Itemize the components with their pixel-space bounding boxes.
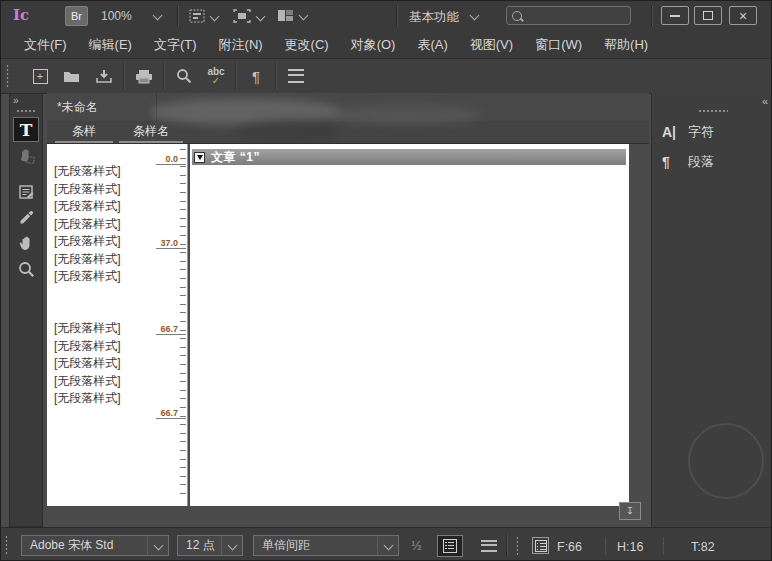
style-row[interactable]: [无段落样式] xyxy=(47,373,173,391)
chevron-down-icon[interactable] xyxy=(256,11,266,21)
divider xyxy=(396,6,398,26)
style-row[interactable]: [无段落样式] xyxy=(47,268,173,286)
print-button[interactable] xyxy=(128,62,160,90)
style-row[interactable]: [无段落样式] xyxy=(47,251,173,269)
new-document-button[interactable]: + xyxy=(24,62,56,90)
style-row[interactable]: [无段落样式] xyxy=(47,338,173,356)
panel-dock: « A| 字符 ¶ 段落 xyxy=(651,93,772,527)
menu-changes[interactable]: 更改(C) xyxy=(274,31,340,58)
application-bar-icon[interactable] xyxy=(189,9,218,23)
hand-tool-button[interactable] xyxy=(13,231,39,256)
menu-file[interactable]: 文件(F) xyxy=(13,31,78,58)
depth-ruler-label: 66.7 xyxy=(160,324,178,334)
style-row[interactable]: [无段落样式] xyxy=(47,233,173,251)
type-tool-button[interactable]: T xyxy=(13,117,39,142)
open-button[interactable] xyxy=(56,62,88,90)
style-row[interactable]: [无段落样式] xyxy=(47,163,173,181)
paragraph-style-column: [无段落样式] [无段落样式] [无段落样式] [无段落样式] [无段落样式] … xyxy=(47,144,188,506)
panel-grip[interactable] xyxy=(698,109,728,113)
arrange-documents-icon[interactable] xyxy=(233,9,264,23)
statusbar-grip[interactable] xyxy=(4,535,9,556)
save-button[interactable] xyxy=(88,62,120,90)
chevron-down-icon[interactable] xyxy=(470,11,480,21)
font-size-select[interactable]: 12 点 xyxy=(177,535,243,556)
statusbar-menu-button[interactable] xyxy=(481,540,497,552)
divider xyxy=(235,63,237,89)
zoom-tool-button[interactable] xyxy=(13,257,39,282)
style-row[interactable]: [无段落样式] xyxy=(47,216,173,234)
story-title: 文章 “1” xyxy=(211,149,260,166)
chevron-down-icon[interactable] xyxy=(153,11,163,21)
find-button[interactable] xyxy=(168,62,200,90)
depth-ruler-ticks xyxy=(180,149,186,501)
panel-item-label: 字符 xyxy=(688,123,714,141)
info-column-toggle-button[interactable] xyxy=(437,535,463,557)
menu-notes[interactable]: 附注(N) xyxy=(208,31,274,58)
chevron-down-icon[interactable] xyxy=(147,536,168,555)
menu-object[interactable]: 对象(O) xyxy=(340,31,407,58)
collapse-panel-icon[interactable]: « xyxy=(762,95,767,107)
close-button[interactable]: × xyxy=(729,6,757,25)
menu-type[interactable]: 文字(T) xyxy=(143,31,208,58)
hand-tool-icon xyxy=(18,235,35,252)
collapse-story-control[interactable] xyxy=(194,152,205,163)
expand-panel-icon[interactable]: » xyxy=(13,95,18,106)
panel-dock-header[interactable]: « xyxy=(652,93,772,107)
zoom-level-dropdown[interactable]: 100% xyxy=(101,9,132,23)
panel-item-character[interactable]: A| 字符 xyxy=(652,117,772,147)
tools-panel-header[interactable]: » xyxy=(10,94,42,107)
style-row[interactable]: [无段落样式] xyxy=(47,181,173,199)
menu-help[interactable]: 帮助(H) xyxy=(593,31,659,58)
tab-story[interactable]: 条样名 xyxy=(119,121,183,143)
maximize-button[interactable] xyxy=(694,6,722,25)
bridge-button[interactable]: Br xyxy=(65,6,88,26)
menu-view[interactable]: 视图(V) xyxy=(459,31,524,58)
spell-check-button[interactable]: abc ✓ xyxy=(200,62,232,90)
search-icon xyxy=(176,68,192,84)
document-tab[interactable]: *未命名 xyxy=(47,93,157,121)
story-end-indicator-icon[interactable]: ↧ xyxy=(619,502,641,520)
status-bar: Adobe 宋体 Std 12 点 单倍间距 ½ F:66 H:16 T:82 xyxy=(1,527,771,561)
position-tool-icon xyxy=(17,148,35,164)
menu-edit[interactable]: 编辑(E) xyxy=(78,31,143,58)
screen-mode-icon[interactable] xyxy=(277,9,307,22)
tab-galley[interactable]: 条样 xyxy=(55,121,113,143)
style-row[interactable]: [无段落样式] xyxy=(47,198,173,216)
style-row[interactable]: [无段落样式] xyxy=(47,320,173,338)
chevron-down-icon[interactable] xyxy=(221,536,242,555)
font-family-select[interactable]: Adobe 宋体 Std xyxy=(21,535,169,556)
chevron-down-icon[interactable] xyxy=(210,11,220,21)
statusbar-grip[interactable] xyxy=(515,536,520,556)
chevron-down-icon[interactable] xyxy=(299,11,309,21)
workspace-switcher[interactable]: 基本功能 xyxy=(409,9,459,26)
panel-grip[interactable] xyxy=(16,109,36,113)
search-input[interactable] xyxy=(506,6,631,25)
panel-item-paragraph[interactable]: ¶ 段落 xyxy=(652,147,772,177)
note-tool-button[interactable] xyxy=(13,179,39,204)
minimize-button[interactable] xyxy=(661,6,689,25)
story-text-area[interactable]: 文章 “1” xyxy=(190,144,629,506)
leading-select[interactable]: 单倍间距 xyxy=(253,535,399,556)
show-hidden-characters-button[interactable]: ¶ xyxy=(240,62,272,90)
line-number-icon[interactable]: ½ xyxy=(411,538,422,553)
chevron-down-icon[interactable] xyxy=(377,536,398,555)
eyedropper-icon xyxy=(18,210,34,226)
style-row[interactable]: [无段落样式] xyxy=(47,355,173,373)
toolbar-grip[interactable] xyxy=(5,64,10,88)
style-row[interactable]: [无段落样式] xyxy=(47,390,173,408)
toolbar-menu-button[interactable] xyxy=(280,62,312,90)
eyedropper-tool-button[interactable] xyxy=(13,205,39,230)
copyfit-info-icon[interactable] xyxy=(532,537,549,554)
story-header-bar[interactable]: 文章 “1” xyxy=(192,149,626,165)
menu-table[interactable]: 表(A) xyxy=(406,31,458,58)
smudge-artifact xyxy=(331,105,481,125)
position-tool-button[interactable] xyxy=(13,143,39,168)
leading-value: 单倍间距 xyxy=(254,537,377,554)
menu-bar: 文件(F) 编辑(E) 文字(T) 附注(N) 更改(C) 对象(O) 表(A)… xyxy=(1,31,771,59)
divider xyxy=(177,6,179,26)
incopy-logo-icon: Ic xyxy=(13,6,29,24)
divider xyxy=(663,537,664,555)
menu-window[interactable]: 窗口(W) xyxy=(524,31,593,58)
depth-ruler-label: 37.0 xyxy=(160,238,178,248)
open-folder-icon xyxy=(63,70,81,83)
